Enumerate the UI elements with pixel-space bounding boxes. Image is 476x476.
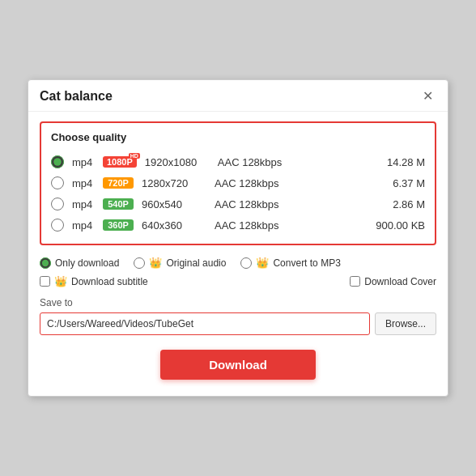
save-to-row: Browse...	[40, 312, 436, 335]
dialog-body: Choose quality mp4 1080P HD 1920x1080 AA…	[28, 112, 448, 396]
badge-540p: 540P	[103, 198, 134, 210]
format-540p: mp4	[72, 198, 95, 210]
save-path-input[interactable]	[40, 312, 370, 335]
crown-icon-1: 👑	[149, 257, 162, 269]
options-row-1: Only download 👑 Original audio 👑 Convert…	[40, 257, 436, 269]
resolution-360p: 640x360	[142, 219, 206, 232]
size-720p: 6.37 M	[393, 177, 425, 189]
checkbox-subtitle[interactable]	[40, 276, 50, 287]
option-original-audio[interactable]: 👑 Original audio	[134, 257, 226, 269]
resolution-720p: 1280x720	[142, 177, 206, 189]
size-1080p: 14.28 M	[387, 156, 425, 168]
format-1080p: mp4	[72, 156, 95, 168]
resolution-540p: 960x540	[142, 198, 206, 210]
quality-box: Choose quality mp4 1080P HD 1920x1080 AA…	[40, 121, 436, 245]
original-audio-label: Original audio	[166, 257, 226, 269]
audio-720p: AAC 128kbps	[215, 177, 295, 189]
dialog-header: Cat balance ✕	[28, 80, 448, 112]
crown-icon-2: 👑	[256, 257, 269, 269]
audio-1080p: AAC 128kbps	[218, 156, 299, 168]
quality-row-540p: mp4 540P 960x540 AAC 128kbps 2.86 M	[51, 193, 425, 215]
radio-720p[interactable]	[51, 176, 64, 189]
audio-360p: AAC 128kbps	[215, 219, 295, 232]
download-subtitle-label: Download subtitle	[71, 276, 148, 287]
quality-row-1080p: mp4 1080P HD 1920x1080 AAC 128kbps 14.28…	[51, 151, 425, 172]
size-540p: 2.86 M	[393, 198, 425, 210]
option-download-cover[interactable]: Download Cover	[350, 276, 436, 287]
radio-360p[interactable]	[51, 219, 64, 232]
format-360p: mp4	[72, 219, 95, 232]
browse-button[interactable]: Browse...	[375, 312, 436, 335]
resolution-1080p: 1920x1080	[145, 156, 210, 168]
radio-540p[interactable]	[51, 198, 64, 210]
convert-mp3-label: Convert to MP3	[273, 257, 340, 269]
dialog-title: Cat balance	[40, 89, 113, 104]
download-button[interactable]: Download	[160, 350, 316, 380]
download-section: Download	[40, 350, 436, 380]
checkbox-cover[interactable]	[350, 276, 360, 287]
audio-540p: AAC 128kbps	[215, 198, 295, 210]
quality-section-title: Choose quality	[51, 131, 425, 143]
option-convert-mp3[interactable]: 👑 Convert to MP3	[240, 257, 340, 269]
crown-icon-3: 👑	[54, 275, 67, 287]
size-360p: 900.00 KB	[376, 219, 425, 232]
main-dialog: Cat balance ✕ Choose quality mp4 1080P H…	[28, 79, 448, 397]
only-download-label: Only download	[55, 257, 119, 269]
quality-row-360p: mp4 360P 640x360 AAC 128kbps 900.00 KB	[51, 215, 425, 236]
radio-1080p[interactable]	[51, 155, 64, 168]
badge-720p: 720P	[103, 177, 134, 189]
save-to-section: Save to Browse...	[40, 297, 436, 335]
options-row-2: 👑 Download subtitle Download Cover	[40, 275, 436, 287]
option-only-download[interactable]: Only download	[40, 257, 119, 269]
radio-only-download[interactable]	[40, 257, 51, 269]
option-download-subtitle[interactable]: 👑 Download subtitle	[40, 275, 148, 287]
badge-1080p: 1080P HD	[103, 156, 137, 168]
badge-360p: 360P	[103, 219, 134, 231]
hd-indicator: HD	[129, 153, 140, 159]
save-to-label: Save to	[40, 297, 436, 308]
radio-original-audio[interactable]	[134, 257, 145, 269]
format-720p: mp4	[72, 177, 95, 189]
quality-row-720p: mp4 720P 1280x720 AAC 128kbps 6.37 M	[51, 172, 425, 193]
download-cover-label: Download Cover	[364, 276, 436, 287]
close-button[interactable]: ✕	[419, 88, 436, 104]
radio-convert-mp3[interactable]	[240, 257, 252, 269]
